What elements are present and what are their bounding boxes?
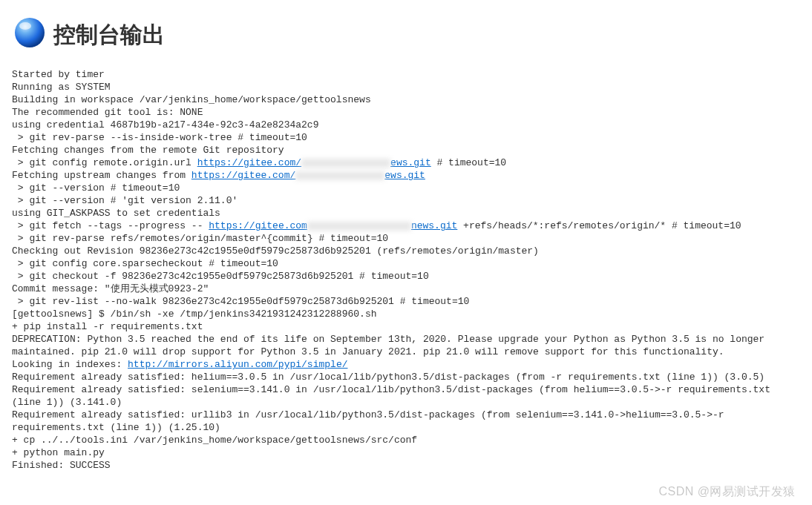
console-text: Fetching changes from the remote Git rep… — [12, 145, 284, 156]
console-text: [gettoolsnews] $ /bin/sh -xe /tmp/jenkin… — [12, 308, 376, 320]
console-text: Checking out Revision 98236e273c42c1955e… — [12, 245, 539, 257]
console-line: + python main.py — [12, 446, 800, 459]
redacted-segment: ████ — [307, 222, 411, 231]
console-text: # timeout=10 — [431, 157, 506, 168]
console-line: > git --version # 'git version 2.11.0' — [12, 194, 800, 207]
redacted-segment: ████ — [301, 159, 390, 168]
console-text: using GIT_ASKPASS to set credentials — [12, 208, 226, 219]
console-line: using GIT_ASKPASS to set credentials — [12, 207, 800, 220]
console-line: using credential 4687b19b-a217-434e-92c3… — [12, 119, 800, 131]
console-line: The recommended git tool is: NONE — [12, 106, 800, 119]
console-line: > git config core.sparsecheckout # timeo… — [12, 257, 800, 270]
console-line: Fetching upstream changes from https://g… — [12, 169, 800, 182]
console-line: Requirement already satisfied: selenium=… — [12, 383, 800, 409]
console-line: > git checkout -f 98236e273c42c1955e0df5… — [12, 270, 800, 283]
console-line: Looking in indexes: http://mirrors.aliyu… — [12, 358, 800, 371]
console-line: + pip install -r requirements.txt — [12, 320, 800, 333]
console-text: Requirement already satisfied: helium==3… — [12, 372, 764, 383]
svg-point-0 — [15, 18, 45, 47]
console-text: using credential 4687b19b-a217-434e-92c3… — [12, 119, 318, 131]
console-link[interactable]: news.git — [411, 220, 457, 231]
console-line: > git fetch --tags --progress -- https:/… — [12, 220, 800, 232]
console-text: Requirement already satisfied: urllib3 i… — [12, 409, 730, 433]
console-text: +refs/heads/*:refs/remotes/origin/* # ti… — [457, 220, 741, 231]
console-line: Requirement already satisfied: urllib3 i… — [12, 409, 800, 434]
console-text: + pip install -r requirements.txt — [12, 321, 203, 332]
console-text: > git --version # 'git version 2.11.0' — [12, 195, 238, 206]
console-line: Commit message: "使用无头模式0923-2" — [12, 283, 800, 295]
console-text: > git --version # timeout=10 — [12, 182, 180, 194]
console-line: DEPRECATION: Python 3.5 reached the end … — [12, 333, 800, 358]
console-text: > git rev-parse --is-inside-work-tree # … — [12, 132, 307, 143]
console-text: Building in workspace /var/jenkins_home/… — [12, 94, 371, 105]
console-text: Fetching upstream changes from — [12, 170, 191, 181]
console-text: Running as SYSTEM — [12, 82, 111, 93]
console-text: + python main.py — [12, 447, 105, 458]
console-line: Started by timer — [12, 68, 800, 81]
console-text: The recommended git tool is: NONE — [12, 107, 203, 118]
console-text: Looking in indexes: — [12, 359, 128, 370]
console-line: > git rev-parse --is-inside-work-tree # … — [12, 131, 800, 144]
console-text: > git rev-list --no-walk 98236e273c42c19… — [12, 296, 469, 307]
console-text: > git fetch --tags --progress -- — [12, 220, 209, 231]
console-text: DEPRECATION: Python 3.5 reached the end … — [12, 334, 770, 357]
console-link[interactable]: https://gitee.com — [209, 220, 307, 231]
svg-point-1 — [19, 22, 31, 30]
console-output: Started by timerRunning as SYSTEMBuildin… — [0, 65, 812, 478]
console-text: Requirement already satisfied: selenium=… — [12, 384, 776, 408]
console-line: Fetching changes from the remote Git rep… — [12, 144, 800, 156]
console-line: [gettoolsnews] $ /bin/sh -xe /tmp/jenkin… — [12, 308, 800, 320]
console-text: > git config core.sparsecheckout # timeo… — [12, 258, 278, 269]
page-title: 控制台输出 — [53, 19, 165, 50]
page-header: 控制台输出 — [0, 0, 812, 65]
console-text: Started by timer — [12, 69, 105, 80]
console-text: Commit message: "使用无头模式0923-2" — [12, 283, 209, 294]
console-line: > git config remote.origin.url https://g… — [12, 156, 800, 169]
console-line: > git rev-parse refs/remotes/origin/mast… — [12, 232, 800, 245]
console-line: Checking out Revision 98236e273c42c1955e… — [12, 245, 800, 257]
console-text: > git config remote.origin.url — [12, 157, 197, 168]
console-line: Running as SYSTEM — [12, 81, 800, 93]
console-link[interactable]: ews.git — [384, 170, 425, 181]
console-text: + cp ../../tools.ini /var/jenkins_home/w… — [12, 435, 417, 446]
console-text: > git checkout -f 98236e273c42c1955e0df5… — [12, 271, 429, 282]
console-link[interactable]: https://gitee.com/ — [191, 170, 295, 181]
blue-orb-icon — [12, 15, 48, 55]
console-line: + cp ../../tools.ini /var/jenkins_home/w… — [12, 434, 800, 446]
console-line: Building in workspace /var/jenkins_home/… — [12, 93, 800, 106]
console-text: Finished: SUCCESS — [12, 460, 111, 471]
console-link[interactable]: http://mirrors.aliyun.com/pypi/simple/ — [128, 359, 347, 370]
console-line: > git --version # timeout=10 — [12, 182, 800, 194]
redacted-segment: ████ — [295, 171, 384, 180]
console-link[interactable]: ews.git — [390, 157, 431, 168]
console-text: > git rev-parse refs/remotes/origin/mast… — [12, 233, 388, 244]
console-line: Finished: SUCCESS — [12, 459, 800, 472]
console-line: Requirement already satisfied: helium==3… — [12, 371, 800, 383]
console-link[interactable]: https://gitee.com/ — [197, 157, 301, 168]
console-line: > git rev-list --no-walk 98236e273c42c19… — [12, 295, 800, 308]
